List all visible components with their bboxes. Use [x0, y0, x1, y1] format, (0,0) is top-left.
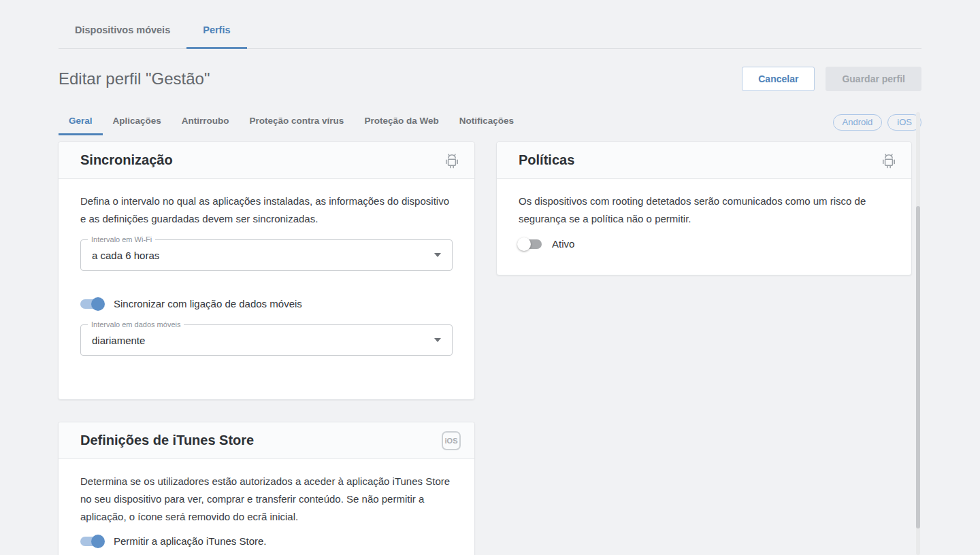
tab-notificacoes[interactable]: Notificações — [449, 113, 524, 135]
policy-active-toggle[interactable] — [519, 239, 542, 249]
tab-protecao-da-web[interactable]: Proteção da Web — [354, 113, 448, 135]
save-profile-button[interactable]: Guardar perfil — [826, 67, 921, 91]
itunes-card-header: Definições de iTunes Store iOS — [59, 422, 474, 459]
mobile-interval-label: Intervalo em dados móveis — [88, 320, 184, 329]
toggle-knob — [91, 535, 105, 548]
tab-dispositivos-moveis[interactable]: Dispositivos móveis — [59, 24, 186, 49]
tab-perfis[interactable]: Perfis — [186, 24, 246, 49]
mobile-data-sync-toggle[interactable] — [80, 299, 103, 309]
toggle-knob — [91, 297, 105, 311]
wifi-interval-select[interactable]: Intervalo em Wi-Fi a cada 6 horas — [80, 239, 453, 271]
mobile-interval-value: diariamente — [92, 335, 145, 346]
android-icon — [443, 152, 461, 169]
platform-filter-group: Android iOS — [833, 113, 921, 131]
wifi-interval-value: a cada 6 horas — [92, 250, 159, 261]
itunes-allow-toggle[interactable] — [80, 537, 103, 546]
sync-card-title: Sincronização — [80, 152, 173, 168]
sync-description: Defina o intervalo no qual as aplicações… — [80, 192, 453, 228]
tab-protecao-contra-virus[interactable]: Proteção contra vírus — [240, 113, 355, 135]
scrollbar-thumb[interactable] — [916, 206, 920, 528]
sync-card: Sincronização Defina o intervalo no qual… — [58, 141, 475, 400]
chevron-down-icon — [434, 338, 441, 342]
policies-card-title: Políticas — [519, 152, 574, 168]
itunes-allow-label: Permitir a aplicação iTunes Store. — [114, 535, 267, 547]
tab-antirroubo[interactable]: Antirroubo — [172, 113, 240, 135]
ios-icon: iOS — [442, 431, 461, 450]
mobile-interval-select[interactable]: Intervalo em dados móveis diariamente — [80, 324, 453, 356]
policies-card-header: Políticas — [497, 142, 911, 179]
policy-active-row: Ativo — [519, 238, 889, 250]
itunes-card-title: Definições de iTunes Store — [80, 433, 254, 448]
itunes-allow-row: Permitir a aplicação iTunes Store. — [80, 535, 453, 547]
page-title: Editar perfil "Gestão" — [59, 69, 210, 88]
itunes-description: Determina se os utilizadores estão autor… — [80, 473, 453, 526]
page-header: Editar perfil "Gestão" Cancelar Guardar … — [59, 67, 921, 91]
policies-card: Políticas Os dispositivos com rooting de… — [496, 141, 912, 275]
policies-description: Os dispositivos com rooting detetados se… — [519, 192, 889, 228]
android-icon — [880, 152, 898, 169]
cancel-button[interactable]: Cancelar — [742, 67, 815, 91]
primary-tab-bar: Dispositivos móveis Perfis — [59, 0, 921, 49]
wifi-interval-label: Intervalo em Wi-Fi — [88, 235, 155, 244]
itunes-store-card: Definições de iTunes Store iOS Determina… — [58, 422, 475, 555]
sync-card-header: Sincronização — [59, 142, 474, 179]
header-actions: Cancelar Guardar perfil — [742, 67, 921, 91]
tab-aplicacoes[interactable]: Aplicações — [103, 113, 172, 135]
policy-active-label: Ativo — [552, 238, 574, 250]
secondary-tab-bar: Geral Aplicações Antirroubo Proteção con… — [59, 113, 524, 135]
toggle-knob — [517, 237, 531, 251]
chevron-down-icon — [434, 253, 441, 257]
scrollbar-track[interactable] — [916, 112, 920, 555]
mobile-data-sync-row: Sincronizar com ligação de dados móveis — [80, 298, 453, 309]
android-filter-pill[interactable]: Android — [833, 114, 883, 131]
mobile-data-sync-label: Sincronizar com ligação de dados móveis — [114, 298, 302, 309]
secondary-tab-row: Geral Aplicações Antirroubo Proteção con… — [59, 113, 921, 135]
tab-geral[interactable]: Geral — [59, 113, 103, 135]
